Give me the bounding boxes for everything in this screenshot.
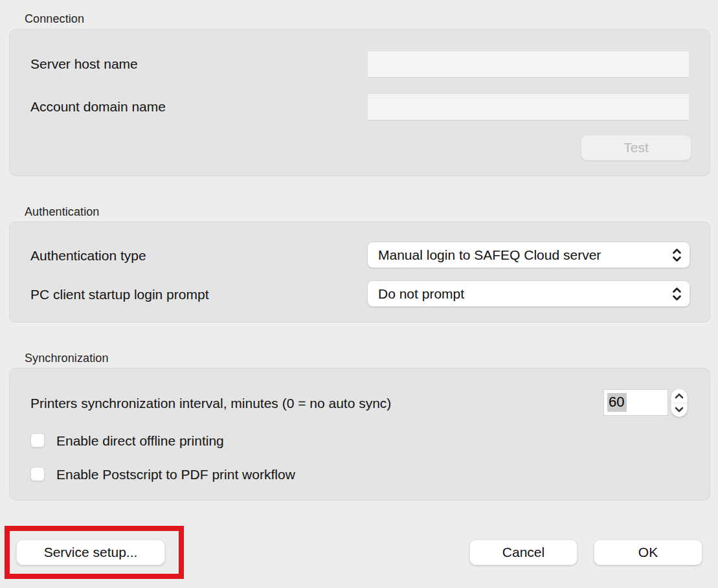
server-host-name-input[interactable] [367,51,690,78]
offline-printing-checkbox[interactable] [30,433,45,447]
account-domain-name-input[interactable] [367,93,690,120]
sync-interval-label: Printers synchronization interval, minut… [30,396,391,411]
sync-interval-value: 60 [607,393,627,412]
authentication-type-select[interactable]: Manual login to SAFEQ Cloud server [367,242,690,268]
chevron-up-down-icon [672,287,682,301]
sync-interval-stepper[interactable] [671,389,688,417]
sync-interval-input[interactable]: 60 [603,389,668,416]
postscript-pdf-checkbox[interactable] [30,467,45,481]
test-button[interactable]: Test [581,135,691,161]
server-host-name-label: Server host name [30,56,138,72]
chevron-up-down-icon [672,248,682,262]
startup-login-prompt-value: Do not prompt [378,286,672,302]
service-setup-button[interactable]: Service setup... [16,539,165,565]
ok-button[interactable]: OK [594,539,702,565]
stepper-up-icon[interactable] [671,389,687,403]
cancel-button[interactable]: Cancel [469,539,578,565]
authentication-panel [9,221,710,322]
startup-login-prompt-select[interactable]: Do not prompt [367,280,690,307]
offline-printing-label[interactable]: Enable direct offline printing [56,433,224,449]
authentication-type-label: Authentication type [30,248,146,264]
synchronization-section-header: Synchronization [25,352,109,365]
authentication-section-header: Authentication [25,205,99,219]
postscript-pdf-label[interactable]: Enable Postscript to PDF print workflow [56,467,295,482]
account-domain-name-label: Account domain name [30,99,166,115]
stepper-down-icon[interactable] [671,403,687,417]
authentication-type-value: Manual login to SAFEQ Cloud server [378,247,672,263]
settings-dialog: Connection Server host name Account doma… [0,0,718,588]
startup-login-prompt-label: PC client startup login prompt [30,287,208,302]
connection-section-header: Connection [25,12,84,26]
